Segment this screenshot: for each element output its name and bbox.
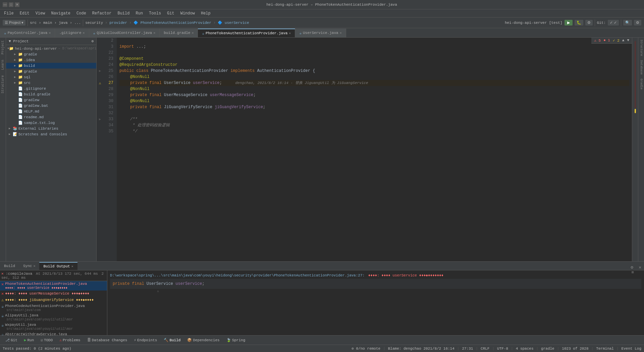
panel-icon-gear[interactable]: ⚙ xyxy=(91,39,94,43)
menu-code[interactable]: Code xyxy=(74,10,89,16)
code-line-23: @Component xyxy=(119,56,629,62)
error-item-usermessageservice[interactable]: ✕ ♦♦♦♦: ♦♦♦♦ userMessageService ♦♦♦◆♦♦♦♦ xyxy=(0,291,107,297)
toolbar-git[interactable]: ⎇ Git xyxy=(3,337,20,343)
status-encoding[interactable]: UTF-8 xyxy=(497,347,508,351)
build-time: At 2021/8/13 172 sec, 644 ms xyxy=(36,272,98,276)
panel-settings-icon[interactable]: ⚙ xyxy=(628,265,636,270)
menu-edit[interactable]: Edit xyxy=(17,10,32,16)
right-icon-gradle[interactable]: Gradle xyxy=(639,77,644,91)
maximize-button[interactable]: □ xyxy=(9,2,13,7)
status-terminal[interactable]: Terminal xyxy=(596,347,614,351)
tab-buildoutput-close[interactable]: ✕ xyxy=(71,264,73,268)
toolbar-todo[interactable]: ☑ TODO xyxy=(38,337,55,343)
panel-close-icon[interactable]: ✕ xyxy=(636,265,644,270)
git-status[interactable]: ✓ ✓ xyxy=(608,20,619,26)
left-icon-project[interactable]: Project xyxy=(1,39,5,56)
code-content[interactable]: import ...; @Component @RequiredArgsCons… xyxy=(117,38,632,261)
tree-sql[interactable]: ▶ 📁 sql xyxy=(6,74,96,80)
menu-navigate[interactable]: Navigate xyxy=(48,10,73,16)
run-button[interactable]: ▶ xyxy=(565,20,573,26)
bottom-panel-settings[interactable]: ≡ xyxy=(631,270,634,275)
breadcrumb-class[interactable]: 🔷 PhoneTokenAuthenticationProvider xyxy=(133,20,211,25)
menu-window[interactable]: Window xyxy=(178,10,198,16)
tab-buildgradle[interactable]: build.gradle ✕ xyxy=(160,29,198,37)
tab-userservice[interactable]: ☕ UserService.java ✕ xyxy=(295,29,346,37)
debug-button[interactable]: 🐛 xyxy=(575,20,583,26)
bottom-tab-buildoutput[interactable]: Build Output ✕ xyxy=(39,262,77,270)
bottom-tab-build-label[interactable]: Build xyxy=(0,262,19,270)
error-item-phonecode[interactable]: ☕ PhoneCodeAuthenticationProvider.java s… xyxy=(0,303,107,313)
toolbar-db-changes[interactable]: 🗄 Database Changes xyxy=(85,337,130,343)
right-icon-structure[interactable]: Structure xyxy=(639,38,644,58)
tab-gitignore[interactable]: .gitignore ✕ xyxy=(55,29,89,37)
minimize-button[interactable]: — xyxy=(3,2,7,7)
tab-close-gitignore[interactable]: ✕ xyxy=(83,31,85,35)
tree-readme[interactable]: 📄 readme.md xyxy=(6,114,96,120)
breadcrumb-provider[interactable]: provider xyxy=(109,21,127,25)
tree-src[interactable]: ▶ 📁 src xyxy=(6,80,96,86)
toolbar-endpoints[interactable]: ⚡ Endpoints xyxy=(131,337,160,343)
tab-phonetokenauthprovider[interactable]: ☕ PhoneTokenAuthenticationProvider.java … xyxy=(198,29,295,37)
error-text-1: PhoneTokenAuthenticationProvider.java xyxy=(5,282,87,286)
menu-git[interactable]: Git xyxy=(164,10,177,16)
tab-close-qiniucloud[interactable]: ✕ xyxy=(153,31,155,35)
menu-build[interactable]: Build xyxy=(115,10,132,16)
left-icon-learn[interactable]: Learn xyxy=(1,58,5,71)
settings2-button[interactable]: ⚙ xyxy=(634,20,641,26)
menu-file[interactable]: File xyxy=(1,10,16,16)
toolbar-run[interactable]: ▶ Run xyxy=(21,337,37,343)
tree-external-libs[interactable]: ▶ 📚 External Libraries xyxy=(6,126,96,131)
tree-idea[interactable]: ▶ 📁 .idea xyxy=(6,57,96,63)
project-selector[interactable]: ☰ Project ▾ xyxy=(3,20,25,26)
tree-scratches[interactable]: ▶ 📝 Scratches and Consoles xyxy=(6,131,96,137)
menu-refactor[interactable]: Refactor xyxy=(90,10,114,16)
tree-build[interactable]: ▶ 📁 build xyxy=(6,63,96,69)
tree-root[interactable]: ▼ 📁 hei-dong-api-server – D:\workspace\s… xyxy=(6,46,96,51)
tree-buildgradle[interactable]: 📄 build.gradle xyxy=(6,91,96,97)
menu-run[interactable]: Run xyxy=(133,10,146,16)
status-linecol[interactable]: 27:31 xyxy=(462,347,473,351)
tab-close-build[interactable]: ✕ xyxy=(192,31,194,35)
tab-close-phonetoken[interactable]: ✕ xyxy=(289,31,291,35)
nav-down[interactable]: ▼ xyxy=(627,38,629,43)
tree-help[interactable]: 📄 HELP.md xyxy=(6,108,96,114)
status-eventlog[interactable]: Event Log xyxy=(622,347,641,351)
tree-gradlew-bat[interactable]: 📄 gradlew.bat xyxy=(6,103,96,108)
toolbar-dependencies[interactable]: 📦 Dependencies xyxy=(184,337,222,343)
left-icon-structure[interactable]: Structure xyxy=(1,74,5,95)
tab-close-userservice[interactable]: ✕ xyxy=(340,31,342,35)
bottom-tab-sync[interactable]: Sync ✕ xyxy=(19,262,39,270)
toolbar-build-btn[interactable]: 🔨 Build xyxy=(161,337,183,343)
search-button[interactable]: 🔍 xyxy=(623,20,632,26)
window-controls[interactable]: — □ ✕ xyxy=(3,2,19,7)
tree-gitignore[interactable]: 📄 .gitignore xyxy=(6,86,96,91)
settings-button[interactable]: ⚙ xyxy=(585,20,593,26)
error-item-jiguang[interactable]: ⚠ ♦♦♦♦: ♦♦♦♦ jiGuangVerifyService ♦♦♦◆♦♦… xyxy=(0,297,107,303)
tab-paycontroller[interactable]: ☕ PayController.java ✕ xyxy=(0,29,55,37)
tab-qiniucloudcontroller[interactable]: ☕ QiNiuCloudController.java ✕ xyxy=(89,29,160,37)
tab-close-paycontroller[interactable]: ✕ xyxy=(49,31,51,35)
status-lineending[interactable]: CRLF xyxy=(481,347,489,351)
error-item-wxpayutil[interactable]: ☕ WxpayUtil.java src\main\java\com\youyi… xyxy=(0,322,107,332)
tree-sample[interactable]: 📄 sample.txt.log xyxy=(6,120,96,126)
menu-help[interactable]: Help xyxy=(198,10,213,16)
error-item-alipayutil[interactable]: ☕ AlipayUtil.java src\main\java\com\youy… xyxy=(0,313,107,322)
nav-up[interactable]: ▲ xyxy=(622,38,625,43)
menu-tools[interactable]: Tools xyxy=(146,10,164,16)
right-scrollbar[interactable] xyxy=(632,38,638,261)
toolbar-spring[interactable]: 🍃 Spring xyxy=(224,337,248,343)
tree-gradlew[interactable]: 📄 gradlew xyxy=(6,97,96,103)
tree-gradle[interactable]: ▶ 📁 gradle xyxy=(6,51,96,57)
breadcrumb-field[interactable]: 🔷 userService xyxy=(218,20,249,25)
panel-title: ▼ Project xyxy=(9,39,29,43)
menu-view[interactable]: View xyxy=(33,10,48,16)
tree-gradle2[interactable]: ▶ 📁 gradle xyxy=(6,69,96,74)
error-item-abstractwithdraw[interactable]: ☕ AbstractWithdrawService.java src\main\… xyxy=(0,332,107,335)
close-button[interactable]: ✕ xyxy=(15,2,19,7)
file-tree: ▼ 📁 hei-dong-api-server – D:\workspace\s… xyxy=(6,45,96,261)
toolbar-problems[interactable]: ⚠ Problems xyxy=(57,337,83,343)
error-item-userservice[interactable]: ✕ PhoneTokenAuthenticationProvider.java … xyxy=(0,281,107,291)
right-icon-database[interactable]: Database xyxy=(639,58,644,77)
tab-sync-close[interactable]: ✕ xyxy=(33,264,35,268)
status-indent[interactable]: 4 spaces xyxy=(516,347,534,351)
